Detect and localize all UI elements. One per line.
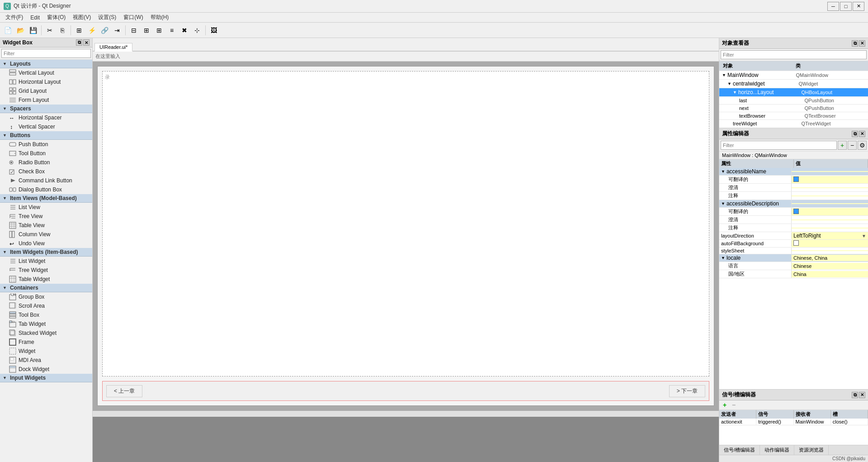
prev-button[interactable]: < 上一章: [106, 385, 142, 397]
category-item-views[interactable]: ▼Item Views (Model-Based): [0, 194, 92, 203]
tab-uireader[interactable]: UIReader.ui*: [94, 43, 132, 52]
signal-remove-button[interactable]: −: [730, 401, 737, 409]
toolbar-widget-edit[interactable]: ⊞: [73, 24, 85, 36]
widget-list-widget[interactable]: List Widget: [0, 257, 92, 266]
widget-tree-view[interactable]: Tree View: [0, 212, 92, 221]
signal-row-0[interactable]: actionexit triggered() MainWindow close(…: [719, 419, 868, 425]
toolbar-layout-h[interactable]: ⊟: [128, 24, 140, 36]
category-item-widgets[interactable]: ▼Item Widgets (Item-Based): [0, 248, 92, 257]
widget-group-box[interactable]: GP Group Box: [0, 292, 92, 301]
translatable1-checkbox[interactable]: [793, 176, 799, 182]
widget-h-spacer[interactable]: ↔ Horizontal Spacer: [0, 113, 92, 122]
translatable2-checkbox[interactable]: [793, 209, 799, 214]
widget-dock-widget[interactable]: Dock Widget: [0, 365, 92, 374]
signal-editor-float-button[interactable]: ⧉: [852, 392, 858, 398]
widget-filter-input[interactable]: [1, 49, 91, 58]
obj-row-last[interactable]: last QPushButton: [719, 97, 868, 105]
toolbar-layout-grid[interactable]: ⊞: [153, 24, 165, 36]
prop-row-layoutdirection[interactable]: layoutDirection LeftToRight ▼: [719, 232, 868, 240]
prop-editor-float-button[interactable]: ⧉: [852, 131, 858, 137]
widget-column-view[interactable]: Column View: [0, 230, 92, 239]
obj-row-textbrowser[interactable]: textBrowser QTextBrowser: [719, 112, 868, 120]
toolbar-open[interactable]: 📂: [14, 24, 26, 36]
widget-list-view[interactable]: List View: [0, 203, 92, 212]
widget-v-spacer[interactable]: ↕ Vertical Spacer: [0, 122, 92, 131]
toolbar-save[interactable]: 💾: [27, 24, 39, 36]
category-containers[interactable]: ▼Containers: [0, 284, 92, 292]
widget-mdi-area[interactable]: MDI Area: [0, 356, 92, 365]
toolbar-tab[interactable]: ⇥: [111, 24, 123, 36]
widget-undo-view[interactable]: ↩ Undo View: [0, 239, 92, 248]
menu-edit[interactable]: Edit: [27, 14, 43, 22]
toolbar-new[interactable]: 📄: [2, 24, 14, 36]
obj-inspector-float-button[interactable]: ⧉: [852, 40, 858, 47]
toolbar-layout-v[interactable]: ⊞: [141, 24, 152, 36]
widget-grid-layout[interactable]: Grid Layout: [0, 86, 92, 95]
toolbar-cut[interactable]: ✂: [44, 24, 56, 36]
widget-box-close-button[interactable]: ✕: [83, 39, 90, 46]
minimize-button[interactable]: ─: [827, 2, 839, 11]
obj-inspector-close-button[interactable]: ✕: [859, 40, 865, 47]
toolbar-buddy[interactable]: 🔗: [99, 24, 110, 36]
signal-editor-close-button[interactable]: ✕: [859, 392, 865, 398]
obj-row-hboxlayout[interactable]: ▼ horizo...Layout QHBoxLayout: [719, 88, 868, 97]
widget-tool-box[interactable]: Tool Box: [0, 310, 92, 319]
prop-row-translatable2[interactable]: 可翻译的: [719, 208, 868, 216]
toolbar-preview[interactable]: 🖼: [208, 24, 220, 36]
menu-form[interactable]: 窗体(O): [43, 13, 69, 22]
widget-command-link-button[interactable]: Command Link Button: [0, 176, 92, 185]
widget-table-widget[interactable]: Table Widget: [0, 275, 92, 284]
prop-row-stylesheet[interactable]: styleSheet: [719, 248, 868, 254]
prop-row-country[interactable]: 国/地区 China: [719, 270, 868, 278]
prop-row-locale[interactable]: ▼ locale Chinese, China: [719, 254, 868, 262]
prop-filter-input[interactable]: [721, 141, 837, 150]
bottom-tab-action-editor[interactable]: 动作编辑器: [760, 445, 794, 455]
menu-window[interactable]: 窗口(W): [120, 13, 146, 22]
widget-tree-widget[interactable]: Tree Widget: [0, 266, 92, 275]
autofill-checkbox[interactable]: [793, 240, 799, 246]
widget-vertical-layout[interactable]: Vertical Layout: [0, 68, 92, 77]
widget-form-layout[interactable]: Form Layout: [0, 95, 92, 105]
widget-box-float-button[interactable]: ⧉: [76, 39, 82, 46]
widget-radio-button[interactable]: Radio Button: [0, 158, 92, 167]
prop-remove-button[interactable]: −: [848, 141, 857, 150]
close-button[interactable]: ✕: [853, 2, 864, 11]
maximize-button[interactable]: □: [840, 2, 852, 11]
widget-scroll-area[interactable]: Scroll Area: [0, 301, 92, 310]
toolbar-layout-form[interactable]: ≡: [166, 24, 178, 36]
widget-tab-widget[interactable]: Tab Widget: [0, 319, 92, 329]
prop-row-comment1[interactable]: 注释: [719, 192, 868, 200]
prop-row-translatable1[interactable]: 可翻译的: [719, 176, 868, 184]
form-canvas[interactable]: 录 < 上一章 > 下一章: [97, 66, 714, 406]
prop-row-accessibledesc[interactable]: ▼ accessibleDescription: [719, 200, 868, 208]
h-scrollbar[interactable]: [93, 410, 719, 417]
prop-row-language[interactable]: 语言 Chinese: [719, 262, 868, 270]
toolbar-copy[interactable]: ⎘: [57, 24, 68, 36]
layoutdirection-dropdown-icon[interactable]: ▼: [862, 233, 866, 238]
prop-row-accessiblename[interactable]: ▼ accessibleName: [719, 168, 868, 176]
toolbar-break-layout[interactable]: ✖: [179, 24, 190, 36]
widget-push-button[interactable]: Push Button: [0, 140, 92, 149]
bottom-tab-signal-editor[interactable]: 信号/槽编辑器: [719, 445, 760, 455]
menu-view[interactable]: 视图(V): [69, 13, 94, 22]
widget-stacked-widget[interactable]: Stacked Widget: [0, 329, 92, 338]
widget-dialog-button-box[interactable]: Dialog Button Box: [0, 185, 92, 194]
prop-editor-close-button[interactable]: ✕: [859, 131, 865, 137]
category-layouts[interactable]: ▼Layouts: [0, 60, 92, 68]
prop-settings-button[interactable]: ⚙: [858, 141, 867, 150]
next-button[interactable]: > 下一章: [669, 385, 705, 397]
toolbar-signal[interactable]: ⚡: [86, 24, 98, 36]
widget-horizontal-layout[interactable]: Horizontal Layout: [0, 77, 92, 86]
signal-add-button[interactable]: +: [721, 401, 728, 409]
menu-help[interactable]: 帮助(H): [147, 13, 173, 22]
widget-check-box[interactable]: ✓ Check Box: [0, 167, 92, 176]
widget-table-view[interactable]: Table View: [0, 221, 92, 230]
prop-add-button[interactable]: +: [838, 141, 847, 150]
toolbar-adjust[interactable]: ⊹: [191, 24, 203, 36]
menu-file[interactable]: 文件(F): [2, 13, 27, 22]
obj-row-centralwidget[interactable]: ▼ centralwidget QWidget: [719, 80, 868, 88]
obj-row-treewidget[interactable]: treeWidget QTreeWidget: [719, 120, 868, 128]
category-spacers[interactable]: ▼Spacers: [0, 105, 92, 113]
widget-frame[interactable]: Frame: [0, 338, 92, 347]
obj-row-next[interactable]: next QPushButton: [719, 105, 868, 112]
